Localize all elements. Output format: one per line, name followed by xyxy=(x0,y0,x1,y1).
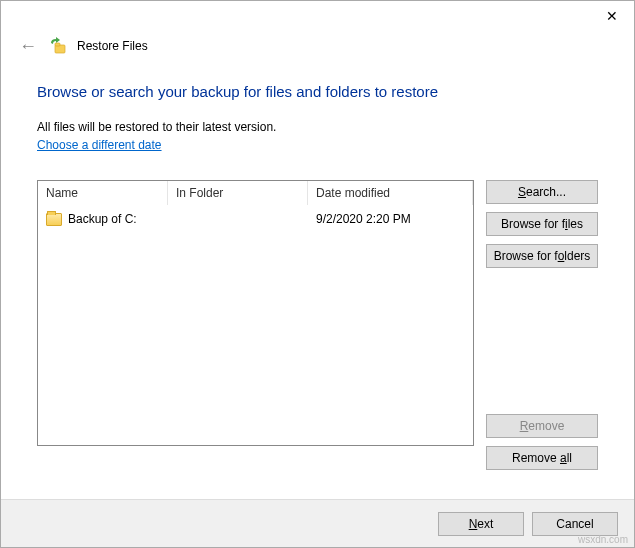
svg-rect-1 xyxy=(55,43,60,46)
file-list[interactable]: Name In Folder Date modified Backup of C… xyxy=(37,180,474,446)
item-name: Backup of C: xyxy=(68,212,137,226)
close-button[interactable]: ✕ xyxy=(589,1,634,31)
cell-date: 9/2/2020 2:20 PM xyxy=(308,212,473,226)
col-header-folder[interactable]: In Folder xyxy=(168,181,308,205)
list-header: Name In Folder Date modified xyxy=(38,181,473,205)
browse-files-button[interactable]: Browse for files xyxy=(486,212,598,236)
list-body: Backup of C: 9/2/2020 2:20 PM xyxy=(38,205,473,229)
browse-folders-button[interactable]: Browse for folders xyxy=(486,244,598,268)
choose-date-link[interactable]: Choose a different date xyxy=(37,138,162,152)
page-heading: Browse or search your backup for files a… xyxy=(37,83,598,100)
remove-all-button[interactable]: Remove all xyxy=(486,446,598,470)
folder-icon xyxy=(46,213,62,226)
wizard-window: ✕ ← Restore Files Browse or search your … xyxy=(0,0,635,548)
page-subtext: All files will be restored to their late… xyxy=(37,120,598,134)
list-item[interactable]: Backup of C: 9/2/2020 2:20 PM xyxy=(38,209,473,229)
restore-icon xyxy=(49,37,67,55)
footer-bar: Next Cancel xyxy=(1,499,634,547)
cancel-button[interactable]: Cancel xyxy=(532,512,618,536)
main-row: Name In Folder Date modified Backup of C… xyxy=(37,180,598,470)
header-row: ← Restore Files xyxy=(1,31,634,55)
back-arrow-icon[interactable]: ← xyxy=(17,37,39,55)
side-button-column: Search... Browse for files Browse for fo… xyxy=(486,180,598,470)
spacer xyxy=(486,276,598,406)
col-header-name[interactable]: Name xyxy=(38,181,168,205)
next-button[interactable]: Next xyxy=(438,512,524,536)
col-header-date[interactable]: Date modified xyxy=(308,181,473,205)
search-button[interactable]: Search... xyxy=(486,180,598,204)
titlebar: ✕ xyxy=(1,1,634,31)
content-area: Browse or search your backup for files a… xyxy=(1,55,634,470)
window-title: Restore Files xyxy=(77,39,148,53)
remove-button: Remove xyxy=(486,414,598,438)
cell-name: Backup of C: xyxy=(38,212,168,226)
